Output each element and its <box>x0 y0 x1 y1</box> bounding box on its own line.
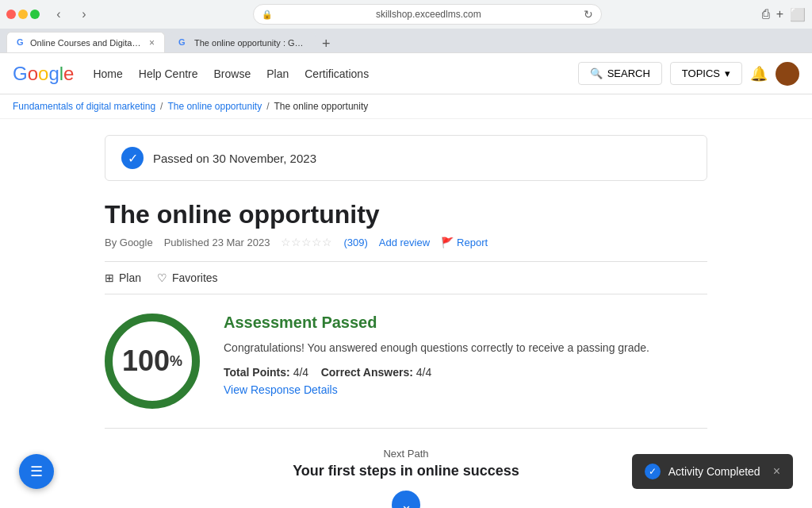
search-label: SEARCH <box>607 67 650 79</box>
topics-label: TOPICS <box>682 67 720 79</box>
toast-check-icon: ✓ <box>645 464 661 479</box>
search-icon: 🔍 <box>590 67 603 79</box>
activity-completed-toast: ✓ Activity Completed × <box>632 454 793 489</box>
fab-menu-button[interactable]: ☰ <box>19 454 54 489</box>
address-bar[interactable]: 🔒 skillshop.exceedlms.com ↻ <box>253 4 602 25</box>
url-text: skillshop.exceedlms.com <box>278 9 579 20</box>
next-path-button[interactable]: ⌄ <box>392 491 420 508</box>
topics-button[interactable]: TOPICS ▾ <box>670 62 742 85</box>
action-buttons: ⊞ Plan ♡ Favorites <box>105 261 707 294</box>
flag-icon: 🚩 <box>441 237 454 248</box>
forward-button[interactable]: › <box>75 5 94 24</box>
breadcrumb-item-2[interactable]: The online opportunity <box>167 101 262 112</box>
share-button[interactable]: ⎙ <box>762 7 770 21</box>
score-percent: % <box>170 353 182 369</box>
nav-help-centre[interactable]: Help Centre <box>139 67 198 80</box>
nav-certifications[interactable]: Certifications <box>304 67 369 80</box>
browser-actions: ⎙ + ⬜ <box>762 7 806 22</box>
favorites-label: Favorites <box>172 271 218 284</box>
lock-icon: 🔒 <box>262 10 273 20</box>
tab-inactive[interactable]: G The online opportunity : Google <box>168 32 316 52</box>
search-button[interactable]: 🔍 SEARCH <box>578 62 662 85</box>
breadcrumb-item-1[interactable]: Fundamentals of digital marketing <box>13 101 155 112</box>
nav-links: Home Help Centre Browse Plan Certificati… <box>93 67 577 80</box>
assessment-info: Assessment Passed Congratulations! You a… <box>224 314 707 396</box>
favorites-button[interactable]: ♡ Favorites <box>157 271 218 284</box>
notifications-button[interactable]: 🔔 <box>750 65 768 83</box>
course-published: Published 23 Mar 2023 <box>164 237 270 248</box>
assessment-stats: Total Points: 4/4 Correct Answers: 4/4 <box>224 366 707 379</box>
rating-count: (309) <box>343 237 367 248</box>
toast-text: Activity Completed <box>668 465 760 478</box>
page-scroll-area: ✓ Passed on 30 November, 2023 The online… <box>0 119 812 508</box>
view-response-link[interactable]: View Response Details <box>224 383 707 396</box>
score-circle-wrapper: 100% <box>105 314 200 409</box>
tab-label-2: The online opportunity : Google <box>194 38 305 48</box>
plan-button[interactable]: ⊞ Plan <box>105 271 141 284</box>
tab-active[interactable]: G Online Courses and Digital Marketing T… <box>6 32 165 52</box>
passed-text: Passed on 30 November, 2023 <box>153 152 316 165</box>
avatar[interactable] <box>776 62 799 86</box>
extensions-button[interactable]: ⬜ <box>790 7 806 22</box>
tab-close-icon[interactable]: × <box>149 37 155 48</box>
course-title: The online opportunity <box>105 200 707 229</box>
assessment-section: 100% Assessment Passed Congratulations! … <box>105 314 707 429</box>
add-review-link[interactable]: Add review <box>379 237 430 248</box>
breadcrumb-sep-1: / <box>160 101 163 112</box>
main-content: ✓ Passed on 30 November, 2023 The online… <box>105 119 707 508</box>
new-tab-button[interactable]: + <box>776 7 783 21</box>
minimize-window-btn[interactable] <box>18 10 28 19</box>
plan-icon: ⊞ <box>105 271 114 284</box>
check-circle-icon: ✓ <box>121 147 144 169</box>
menu-icon: ☰ <box>30 463 43 480</box>
breadcrumb-sep-2: / <box>266 101 269 112</box>
nav-plan[interactable]: Plan <box>266 67 289 80</box>
address-bar-container: 🔒 skillshop.exceedlms.com ↻ <box>100 4 756 25</box>
toast-close-button[interactable]: × <box>773 464 780 479</box>
correct-answers-value: 4/4 <box>416 366 431 379</box>
nav-browse[interactable]: Browse <box>214 67 251 80</box>
close-window-btn[interactable] <box>6 10 16 19</box>
maximize-window-btn[interactable] <box>30 10 40 19</box>
correct-answers-label: Correct Answers: <box>321 366 413 379</box>
assessment-description: Congratulations! You answered enough que… <box>224 340 707 356</box>
tabs-bar: G Online Courses and Digital Marketing T… <box>0 29 812 52</box>
new-tab-plus-button[interactable]: + <box>316 36 337 52</box>
star-rating: ☆☆☆☆☆ <box>281 236 332 248</box>
score-value: 100% <box>122 344 182 378</box>
nav-right: 🔍 SEARCH TOPICS ▾ 🔔 <box>578 62 799 86</box>
reload-button[interactable]: ↻ <box>584 8 593 21</box>
tab-favicon-2: G <box>178 37 190 48</box>
course-author: By Google <box>105 237 153 248</box>
next-path-label: Next Path <box>105 448 707 460</box>
window-controls <box>6 10 40 19</box>
heart-icon: ♡ <box>157 271 167 284</box>
tab-favicon: G <box>17 37 25 48</box>
back-button[interactable]: ‹ <box>49 5 68 24</box>
google-nav: Google Home Help Centre Browse Plan Cert… <box>0 53 812 94</box>
next-path-title: Your first steps in online success <box>105 463 707 479</box>
tab-label: Online Courses and Digital Marketing Tra… <box>30 38 141 48</box>
course-meta: By Google Published 23 Mar 2023 ☆☆☆☆☆ (3… <box>105 236 707 248</box>
passed-banner: ✓ Passed on 30 November, 2023 <box>105 135 707 181</box>
total-points-value: 4/4 <box>293 366 308 379</box>
logo-text: Google <box>13 63 74 85</box>
browser-chrome: ‹ › 🔒 skillshop.exceedlms.com ↻ ⎙ + ⬜ G … <box>0 0 812 53</box>
report-link[interactable]: 🚩 Report <box>441 237 488 248</box>
nav-home[interactable]: Home <box>93 67 122 80</box>
breadcrumb: Fundamentals of digital marketing / The … <box>0 94 812 119</box>
browser-top-bar: ‹ › 🔒 skillshop.exceedlms.com ↻ ⎙ + ⬜ <box>0 0 812 29</box>
total-points-label: Total Points: <box>224 366 290 379</box>
google-logo: Google <box>13 63 74 85</box>
breadcrumb-current: The online opportunity <box>274 101 369 112</box>
assessment-title: Assessment Passed <box>224 314 707 332</box>
report-text: Report <box>457 237 488 248</box>
next-path-section: Next Path Your first steps in online suc… <box>105 429 707 508</box>
score-number: 100 <box>122 344 170 377</box>
plan-label: Plan <box>119 271 141 284</box>
score-circle: 100% <box>105 314 200 409</box>
chevron-down-icon: ▾ <box>725 67 730 79</box>
